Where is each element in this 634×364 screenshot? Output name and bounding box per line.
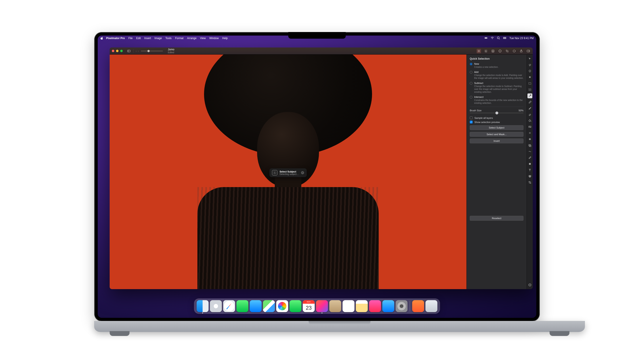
- menu-insert[interactable]: Insert: [144, 37, 151, 40]
- dock-calendar[interactable]: NOV 23: [303, 300, 315, 312]
- svg-point-20: [529, 70, 531, 72]
- magnetic-select-tool[interactable]: [527, 69, 532, 74]
- mode-label: Subtract: [474, 82, 523, 84]
- blur-tool[interactable]: [527, 130, 532, 136]
- warp-tool[interactable]: [527, 149, 532, 154]
- invert-button[interactable]: Invert: [470, 138, 523, 143]
- zoom-slider[interactable]: [141, 50, 163, 52]
- crop-tool[interactable]: [527, 180, 532, 185]
- dock-trash[interactable]: [426, 300, 438, 312]
- shape-tool[interactable]: [527, 162, 532, 166]
- select-and-mask-button[interactable]: Select and Mask...: [470, 132, 523, 137]
- crop-toolbar-button[interactable]: [505, 49, 509, 53]
- svg-point-3: [492, 39, 493, 39]
- wifi-icon[interactable]: [491, 36, 494, 40]
- dock-messages[interactable]: [236, 300, 248, 312]
- dock-reminders[interactable]: [343, 300, 355, 312]
- show-selection-preview-checkbox[interactable]: Show selection preview: [470, 120, 523, 124]
- dock-music[interactable]: [369, 300, 381, 312]
- gradient-tool[interactable]: [527, 124, 532, 129]
- clone-tool[interactable]: [527, 143, 532, 148]
- adjust-colors-tool[interactable]: [527, 174, 532, 179]
- apple-menu-icon[interactable]: [100, 37, 103, 40]
- dock-launchpad[interactable]: [210, 300, 222, 312]
- minimize-window-button[interactable]: [116, 50, 119, 52]
- inspector-panel: Quick Selection NewCreates a new selecti…: [466, 54, 533, 289]
- dock-notes[interactable]: [356, 300, 368, 312]
- portrait-button[interactable]: [491, 49, 495, 53]
- spotlight-icon[interactable]: [497, 36, 500, 40]
- brush-tool[interactable]: [527, 106, 532, 111]
- dock-safari[interactable]: [223, 300, 235, 312]
- ml-enhance-button[interactable]: [477, 49, 481, 53]
- inspector-toggle-button[interactable]: [526, 49, 531, 53]
- menu-format[interactable]: Format: [175, 37, 183, 40]
- quick-select-tool[interactable]: [527, 94, 532, 98]
- dock: NOV 23: [194, 298, 440, 314]
- menu-arrange[interactable]: Arrange: [187, 37, 196, 40]
- rectangle-select-tool[interactable]: [527, 81, 532, 86]
- control-center-icon[interactable]: [503, 36, 506, 40]
- sparkle-tool[interactable]: [527, 137, 532, 142]
- sample-all-layers-checkbox[interactable]: Sample all layers: [470, 116, 523, 119]
- dock-appstore[interactable]: [383, 300, 394, 312]
- brush-size-slider[interactable]: [470, 113, 523, 113]
- svg-rect-6: [503, 38, 506, 39]
- selection-mode-new[interactable]: NewCreates a new selection.: [470, 62, 523, 68]
- dock-finder[interactable]: [197, 300, 209, 312]
- arrow-tool[interactable]: [527, 56, 532, 61]
- share-button[interactable]: [519, 49, 523, 53]
- hide-panel-button[interactable]: [527, 282, 532, 287]
- menu-view[interactable]: View: [200, 37, 206, 40]
- eraser-tool[interactable]: [527, 112, 532, 117]
- selection-mode-subtract[interactable]: SubtractChange the selection mode to Sub…: [470, 82, 523, 94]
- display-notch: [288, 32, 346, 39]
- color-select-tool[interactable]: [527, 87, 532, 92]
- hud-cancel-button[interactable]: ✕: [301, 171, 304, 174]
- menu-help[interactable]: Help: [222, 37, 228, 40]
- history-back-button[interactable]: ‹: [136, 50, 137, 52]
- svg-rect-7: [128, 50, 130, 52]
- effects-button[interactable]: [512, 49, 516, 53]
- freeform-select-tool[interactable]: [527, 62, 532, 67]
- pen-tool[interactable]: [527, 100, 532, 104]
- zoom-window-button[interactable]: [120, 50, 123, 52]
- menu-image[interactable]: Image: [155, 37, 162, 40]
- select-subject-button[interactable]: Select Subject: [470, 125, 523, 130]
- selection-mode-add[interactable]: AddChange the selection mode to Add. Pai…: [470, 71, 523, 80]
- dock-separator: [410, 301, 410, 312]
- dock-mail[interactable]: [250, 300, 262, 312]
- dock-photos[interactable]: [276, 300, 288, 312]
- select-subject-toolbar-button[interactable]: [484, 49, 488, 53]
- menu-tools[interactable]: Tools: [165, 37, 172, 40]
- reselect-button[interactable]: Reselect: [470, 216, 523, 221]
- menu-edit[interactable]: Edit: [136, 37, 141, 40]
- tool-strip: [527, 54, 533, 289]
- canvas[interactable]: Select Subject Detecting subject… ✕: [110, 54, 466, 289]
- dock-facetime[interactable]: [289, 300, 301, 312]
- text-tool[interactable]: [527, 168, 532, 172]
- fill-tool[interactable]: [527, 118, 532, 123]
- history-forward-button[interactable]: ›: [138, 50, 139, 52]
- info-button[interactable]: [498, 49, 502, 53]
- menu-file[interactable]: File: [128, 37, 133, 40]
- magic-wand-tool[interactable]: [527, 75, 532, 80]
- menu-window[interactable]: Window: [209, 37, 219, 40]
- menubar-clock[interactable]: Tue Nov 23 9:41 PM: [509, 37, 534, 40]
- editor-main: Select Subject Detecting subject… ✕ Quic…: [110, 54, 533, 289]
- eyedropper-tool[interactable]: [527, 155, 532, 160]
- mode-label: Intersect: [474, 96, 523, 98]
- sidebar-toggle-button[interactable]: [127, 49, 131, 53]
- selection-mode-intersect[interactable]: IntersectConstrains the bounds of the ne…: [470, 96, 523, 104]
- dock-contacts[interactable]: [329, 300, 341, 312]
- history-nav: ‹ ›: [136, 50, 139, 52]
- dock-pixelmator[interactable]: [316, 300, 328, 312]
- show-selection-preview-label: Show selection preview: [474, 121, 500, 124]
- close-window-button[interactable]: [112, 50, 114, 52]
- dock-recent-doc[interactable]: [412, 300, 424, 312]
- menubar-app-name[interactable]: Pixelmator Pro: [106, 37, 125, 40]
- battery-icon[interactable]: [485, 36, 488, 40]
- dock-maps[interactable]: [263, 300, 275, 312]
- dock-system-preferences[interactable]: [396, 300, 408, 312]
- svg-rect-21: [529, 82, 531, 84]
